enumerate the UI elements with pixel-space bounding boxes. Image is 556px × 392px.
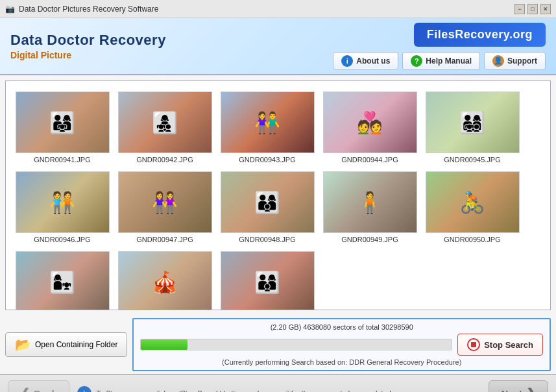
photo-thumbnail: 💑 [324, 92, 417, 153]
maximize-button[interactable]: □ [527, 4, 538, 14]
progress-bar-wrap: Stop Search [140, 334, 543, 356]
open-folder-label: Open Containing Folder [35, 340, 117, 349]
list-item[interactable]: 🧑‍🤝‍🧑GNDR00946.JPG [11, 166, 114, 246]
photo-thumbnail: 👭 [119, 172, 212, 232]
question-icon: ? [411, 55, 422, 67]
minimize-button[interactable]: − [514, 4, 525, 14]
photo-thumbnail: 🧑‍🤝‍🧑 [16, 172, 109, 232]
image-filename: GNDR00943.JPG [239, 156, 295, 164]
support-button[interactable]: 👤 Support [484, 52, 546, 70]
photo-thumbnail: 🧍 [324, 172, 417, 232]
photo-thumbnail: 🎪 [119, 252, 212, 310]
list-item[interactable]: 🎪GNDR00952.JPG [114, 246, 216, 310]
image-filename: GNDR00944.JPG [341, 156, 398, 164]
list-item[interactable]: 🚴GNDR00950.JPG [421, 166, 524, 246]
image-filename: GNDR00948.JPG [239, 236, 295, 243]
list-item[interactable]: 👩‍👧GNDR00951.JPG [11, 246, 114, 310]
person-icon: 👤 [492, 55, 504, 67]
image-grid-container: 👨‍👩‍👧GNDR00941.JPG👩‍👧‍👦GNDR00942.JPG👫GND… [5, 80, 551, 310]
photo-thumbnail: 👩‍👧‍👦 [119, 92, 212, 153]
header-buttons: i About us ? Help Manual 👤 Support [333, 52, 546, 70]
image-filename: GNDR00946.JPG [34, 236, 90, 243]
stop-search-label: Stop Search [484, 340, 533, 350]
app-icon: 📷 [5, 5, 15, 14]
support-label: Support [507, 56, 537, 66]
arrow-left-icon: ❮ [20, 386, 30, 392]
back-label: Back [34, 388, 57, 393]
list-item[interactable]: 👨‍👩‍👦GNDR00948.JPG [216, 166, 319, 246]
progress-subtext: (Currently performing Search based on: D… [140, 358, 543, 366]
info-icon: i [341, 55, 353, 67]
list-item[interactable]: 🧍GNDR00949.JPG [319, 166, 421, 246]
status-area: 📂 Open Containing Folder (2.20 GB) 46380… [0, 315, 556, 374]
stop-icon [467, 338, 480, 351]
list-item[interactable]: 👫GNDR00943.JPG [216, 86, 319, 166]
list-item[interactable]: 👩‍👧‍👦GNDR00942.JPG [114, 86, 216, 166]
back-button[interactable]: ❮ Back [8, 380, 69, 392]
list-item[interactable]: 👨‍👩‍👧‍👦GNDR00945.JPG [421, 86, 524, 166]
bottom-info: i To Stop recovery, click on 'Stop Searc… [77, 386, 481, 392]
folder-icon: 📂 [15, 337, 31, 352]
header: Data Doctor Recovery Digital Picture Fil… [0, 18, 556, 75]
photo-thumbnail: 🚴 [426, 172, 519, 232]
photo-thumbnail: 👨‍👩‍👧 [16, 92, 109, 153]
logo-title: Data Doctor Recovery [10, 32, 166, 49]
list-item[interactable]: 👨‍👩‍👧GNDR00941.JPG [11, 86, 114, 166]
photo-thumbnail: 👩‍👧 [16, 252, 109, 310]
open-containing-folder-button[interactable]: 📂 Open Containing Folder [5, 332, 127, 357]
photo-thumbnail: 👫 [221, 92, 314, 153]
image-filename: GNDR00950.JPG [444, 236, 500, 243]
stop-search-button[interactable]: Stop Search [457, 334, 543, 356]
bottom-nav: ❮ Back i To Stop recovery, click on 'Sto… [0, 374, 556, 392]
list-item[interactable]: 👭GNDR00947.JPG [114, 166, 216, 246]
logo-subtitle: Digital Picture [10, 50, 166, 60]
arrow-right-icon: ❯ [526, 386, 536, 392]
image-filename: GNDR00949.JPG [341, 236, 398, 243]
title-bar: 📷 Data Doctor Pictures Recovery Software… [0, 0, 556, 18]
about-us-label: About us [356, 56, 390, 66]
info-circle-icon: i [77, 386, 91, 392]
main-content: 👨‍👩‍👧GNDR00941.JPG👩‍👧‍👦GNDR00942.JPG👫GND… [0, 75, 556, 315]
image-filename: GNDR00942.JPG [136, 156, 193, 164]
image-filename: GNDR00947.JPG [136, 236, 193, 243]
progress-panel: (2.20 GB) 4638080 sectors of total 30298… [132, 318, 551, 371]
image-filename: GNDR00941.JPG [34, 156, 90, 164]
about-us-button[interactable]: i About us [333, 52, 398, 70]
progress-bar-bg [140, 339, 452, 350]
window-title: 📷 Data Doctor Pictures Recovery Software [5, 5, 158, 14]
progress-bar-fill [141, 339, 187, 350]
photo-thumbnail: 👨‍👩‍👦 [221, 172, 314, 232]
list-item[interactable]: 💑GNDR00944.JPG [319, 86, 421, 166]
list-item[interactable]: 👨‍👩‍👦GNDR00953.JPG [216, 246, 319, 310]
image-grid: 👨‍👩‍👧GNDR00941.JPG👩‍👧‍👦GNDR00942.JPG👫GND… [6, 81, 550, 310]
help-manual-label: Help Manual [426, 56, 472, 66]
progress-text: (2.20 GB) 4638080 sectors of total 30298… [140, 323, 543, 331]
close-button[interactable]: ✕ [540, 4, 551, 14]
window-controls: − □ ✕ [514, 4, 551, 14]
app-logo: Data Doctor Recovery Digital Picture [10, 32, 166, 60]
next-button[interactable]: Next ❯ [489, 380, 548, 392]
header-right: FilesRecovery.org i About us ? Help Manu… [333, 23, 546, 70]
image-filename: GNDR00945.JPG [444, 156, 500, 164]
stop-square [471, 342, 476, 347]
next-label: Next [501, 388, 522, 393]
photo-thumbnail: 👨‍👩‍👧‍👦 [426, 92, 519, 153]
bottom-info-text: To Stop recovery, click on 'Stop Search'… [97, 389, 393, 392]
help-manual-button[interactable]: ? Help Manual [402, 52, 480, 70]
files-recovery-badge: FilesRecovery.org [414, 23, 546, 47]
photo-thumbnail: 👨‍👩‍👦 [221, 252, 314, 310]
